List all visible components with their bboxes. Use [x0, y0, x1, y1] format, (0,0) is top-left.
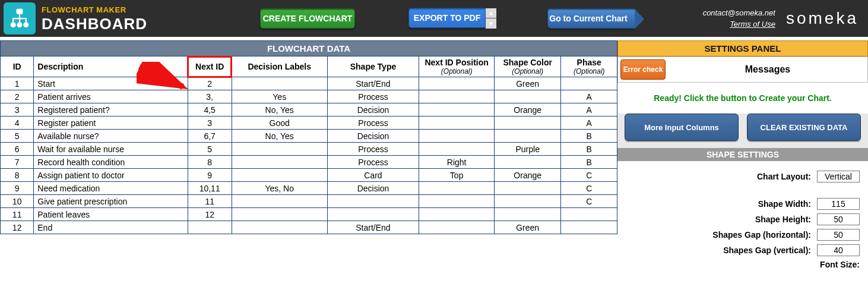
table-row[interactable]: 6Wait for available nurse5ProcessPurpleB: [1, 143, 617, 156]
cell-next[interactable]: 9: [188, 169, 232, 182]
cell-id[interactable]: 5: [1, 130, 34, 143]
cell-next[interactable]: 12: [188, 208, 232, 221]
cell-desc[interactable]: Wait for available nurse: [34, 143, 188, 156]
cell-dec[interactable]: [232, 156, 327, 169]
cell-dec[interactable]: Yes: [232, 90, 327, 103]
table-row[interactable]: 8Assign patient to doctor9CardTopOrangeC: [1, 169, 617, 182]
cell-id[interactable]: 1: [1, 77, 34, 90]
cell-desc[interactable]: Give patient prescription: [34, 195, 188, 208]
cell-pos[interactable]: [419, 117, 495, 130]
table-row[interactable]: 1Start2Start/EndGreen: [1, 77, 617, 90]
cell-color[interactable]: Orange: [494, 103, 561, 117]
clear-data-button[interactable]: CLEAR EXISTING DATA: [747, 114, 861, 141]
table-row[interactable]: 2Patient arrives3,YesProcessA: [1, 90, 617, 103]
cell-shape[interactable]: Start/End: [327, 77, 419, 90]
cell-pos[interactable]: Right: [419, 156, 495, 169]
cell-dec[interactable]: No, Yes: [232, 103, 327, 117]
cell-phase[interactable]: A: [561, 103, 617, 117]
cell-id[interactable]: 7: [1, 156, 34, 169]
cell-pos[interactable]: [419, 221, 495, 234]
cell-next[interactable]: 6,7: [188, 130, 232, 143]
error-check-button[interactable]: Error check: [620, 59, 666, 80]
cell-pos[interactable]: [419, 77, 495, 90]
cell-shape[interactable]: Start/End: [327, 221, 419, 234]
cell-dec[interactable]: [232, 169, 327, 182]
cell-pos[interactable]: Top: [419, 169, 495, 182]
cell-id[interactable]: 3: [1, 103, 34, 117]
cell-color[interactable]: [494, 156, 561, 169]
cell-desc[interactable]: Register patient: [34, 117, 188, 130]
more-columns-button[interactable]: More Input Columns: [625, 114, 739, 141]
cell-pos[interactable]: [419, 90, 495, 103]
cell-color[interactable]: Green: [494, 77, 561, 90]
shape-width-field[interactable]: 115: [817, 198, 860, 210]
cell-phase[interactable]: A: [561, 117, 617, 130]
cell-phase[interactable]: [561, 77, 617, 90]
cell-next[interactable]: 3,: [188, 90, 232, 103]
cell-desc[interactable]: Registered patient?: [34, 103, 188, 117]
table-row[interactable]: 9Need medication10,11Yes, NoDecisionC: [1, 182, 617, 195]
chart-layout-field[interactable]: Vertical: [817, 171, 860, 182]
cell-next[interactable]: 8: [188, 156, 232, 169]
cell-desc[interactable]: Available nurse?: [34, 130, 188, 143]
cell-phase[interactable]: [561, 221, 617, 234]
cell-next[interactable]: 3: [188, 117, 232, 130]
cell-shape[interactable]: [327, 208, 419, 221]
cell-dec[interactable]: [232, 221, 327, 234]
cell-color[interactable]: Green: [494, 221, 561, 234]
spinner-down-icon[interactable]: ▼: [486, 18, 496, 29]
cell-phase[interactable]: B: [561, 130, 617, 143]
cell-color[interactable]: [494, 208, 561, 221]
cell-next[interactable]: 4,5: [188, 103, 232, 117]
gap-h-field[interactable]: 50: [817, 229, 860, 241]
cell-phase[interactable]: [561, 208, 617, 221]
cell-phase[interactable]: A: [561, 90, 617, 103]
cell-shape[interactable]: Decision: [327, 182, 419, 195]
cell-id[interactable]: 9: [1, 182, 34, 195]
cell-desc[interactable]: Start: [34, 77, 188, 90]
cell-dec[interactable]: [232, 143, 327, 156]
cell-phase[interactable]: C: [561, 195, 617, 208]
cell-desc[interactable]: Assign patient to doctor: [34, 169, 188, 182]
go-to-chart-button[interactable]: Go to Current Chart: [547, 8, 636, 29]
export-spinner[interactable]: ▲ ▼: [486, 8, 497, 29]
cell-next[interactable]: 2: [188, 77, 232, 90]
spinner-up-icon[interactable]: ▲: [486, 8, 496, 18]
cell-shape[interactable]: Process: [327, 117, 419, 130]
cell-dec[interactable]: [232, 195, 327, 208]
cell-color[interactable]: Orange: [494, 169, 561, 182]
cell-pos[interactable]: [419, 195, 495, 208]
cell-id[interactable]: 12: [1, 221, 34, 234]
cell-id[interactable]: 11: [1, 208, 34, 221]
table-row[interactable]: 5Available nurse?6,7No, YesDecisionB: [1, 130, 617, 143]
cell-phase[interactable]: C: [561, 182, 617, 195]
terms-link[interactable]: Terms of Use: [703, 18, 775, 30]
cell-desc[interactable]: Patient leaves: [34, 208, 188, 221]
cell-id[interactable]: 4: [1, 117, 34, 130]
cell-color[interactable]: Purple: [494, 143, 561, 156]
cell-color[interactable]: [494, 90, 561, 103]
cell-dec[interactable]: Good: [232, 117, 327, 130]
cell-pos[interactable]: [419, 130, 495, 143]
cell-id[interactable]: 8: [1, 169, 34, 182]
cell-id[interactable]: 6: [1, 143, 34, 156]
cell-dec[interactable]: [232, 77, 327, 90]
shape-height-field[interactable]: 50: [817, 213, 860, 225]
table-row[interactable]: 7Record health condition8ProcessRightB: [1, 156, 617, 169]
cell-pos[interactable]: [419, 182, 495, 195]
cell-id[interactable]: 2: [1, 90, 34, 103]
cell-pos[interactable]: [419, 143, 495, 156]
cell-shape[interactable]: Decision: [327, 103, 419, 117]
contact-email[interactable]: contact@someka.net: [703, 7, 775, 19]
cell-next[interactable]: 11: [188, 195, 232, 208]
cell-shape[interactable]: Card: [327, 169, 419, 182]
cell-color[interactable]: [494, 117, 561, 130]
flowchart-table[interactable]: ID Description Next ID Decision Labels S…: [0, 56, 617, 234]
create-flowchart-button[interactable]: CREATE FLOWCHART: [260, 8, 355, 29]
cell-shape[interactable]: Process: [327, 156, 419, 169]
cell-shape[interactable]: Decision: [327, 130, 419, 143]
gap-v-field[interactable]: 40: [817, 244, 860, 256]
cell-phase[interactable]: B: [561, 143, 617, 156]
cell-phase[interactable]: C: [561, 169, 617, 182]
cell-next[interactable]: 5: [188, 143, 232, 156]
